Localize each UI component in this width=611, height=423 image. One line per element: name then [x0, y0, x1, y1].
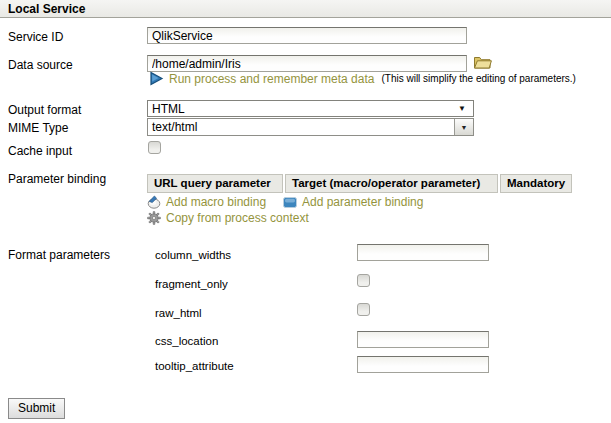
- parameter-binding-label: Parameter binding: [8, 172, 106, 186]
- data-source-label: Data source: [8, 58, 73, 72]
- local-service-form-page: { "header": { "title": "Local Service" }…: [0, 0, 611, 423]
- css-location-label: css_location: [155, 335, 218, 347]
- page-title: Local Service: [8, 2, 85, 16]
- chevron-down-icon: ▼: [458, 105, 466, 113]
- service-id-label: Service ID: [8, 30, 63, 44]
- copy-from-process-context-link-text[interactable]: Copy from process context: [166, 211, 309, 225]
- parameter-binding-table-header: URL query parameter Target (macro/operat…: [147, 174, 572, 193]
- service-id-input[interactable]: [147, 27, 467, 44]
- cache-input-label: Cache input: [8, 144, 72, 158]
- submit-button[interactable]: Submit: [8, 398, 65, 419]
- run-process-note: (This will simplify the editing of param…: [381, 73, 576, 84]
- raw-html-label: raw_html: [155, 307, 202, 319]
- css-location-input[interactable]: [357, 331, 489, 348]
- tooltip-attribute-input[interactable]: [357, 356, 489, 373]
- raw-html-checkbox[interactable]: [357, 303, 370, 316]
- play-icon: [149, 71, 164, 86]
- add-parameter-binding-link-text[interactable]: Add parameter binding: [302, 195, 423, 209]
- fragment-only-label: fragment_only: [155, 278, 228, 290]
- section-header: Local Service: [0, 0, 611, 18]
- mime-type-combobox[interactable]: text/html ▼: [147, 118, 474, 136]
- add-macro-binding-link[interactable]: Add macro binding: [147, 195, 266, 209]
- column-widths-input[interactable]: [357, 244, 489, 261]
- run-process-link[interactable]: Run process and remember meta data (This…: [149, 71, 576, 86]
- gear-icon: [147, 211, 161, 225]
- mime-type-dropdown-button[interactable]: ▼: [454, 119, 473, 135]
- column-widths-label: column_widths: [155, 249, 231, 261]
- output-format-label: Output format: [8, 103, 81, 117]
- format-parameters-label: Format parameters: [8, 248, 110, 262]
- add-macro-binding-link-text[interactable]: Add macro binding: [166, 195, 266, 209]
- cache-input-checkbox[interactable]: [148, 141, 161, 154]
- chevron-down-icon: ▼: [461, 124, 468, 131]
- run-process-link-text[interactable]: Run process and remember meta data: [169, 72, 374, 86]
- tooltip-attribute-label: tooltip_attribute: [155, 360, 234, 372]
- data-source-input[interactable]: [147, 55, 467, 72]
- column-header-url-query-parameter: URL query parameter: [147, 174, 283, 193]
- fragment-only-checkbox[interactable]: [357, 274, 370, 287]
- add-parameter-binding-link[interactable]: Add parameter binding: [283, 195, 423, 209]
- macro-icon: [147, 195, 161, 209]
- column-header-mandatory: Mandatory: [500, 174, 572, 193]
- parameter-box-icon: [283, 197, 297, 208]
- copy-from-process-context-link[interactable]: Copy from process context: [147, 211, 309, 225]
- folder-icon[interactable]: [473, 54, 492, 70]
- mime-type-value: text/html: [152, 120, 197, 134]
- output-format-select[interactable]: HTML ▼: [147, 100, 474, 117]
- output-format-value: HTML: [152, 102, 185, 116]
- mime-type-label: MIME Type: [8, 121, 68, 135]
- column-header-target: Target (macro/operator parameter): [285, 174, 498, 193]
